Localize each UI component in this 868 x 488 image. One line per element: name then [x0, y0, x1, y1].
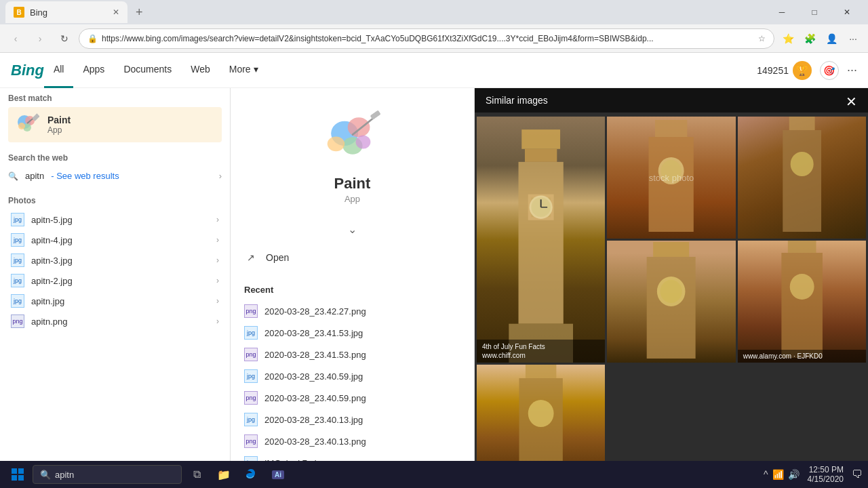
bing-nav-items: All Apps Documents Web More ▾	[44, 53, 268, 88]
nav-item-apps[interactable]: Apps	[73, 53, 114, 88]
points-badge[interactable]: 149251 🏆	[757, 61, 812, 80]
file-icon: jpg	[244, 369, 258, 383]
list-item[interactable]: jpg 2020-03-28_23.40.59.jpg	[244, 365, 460, 387]
refresh-button[interactable]: ↻	[54, 28, 75, 49]
app-detail-panel: Paint App ⌄ ↗ Open Recent png 2020-03-28…	[231, 88, 475, 488]
open-icon: ↗	[244, 252, 258, 263]
nav-item-more[interactable]: More ▾	[220, 53, 268, 88]
points-value: 149251	[757, 65, 789, 76]
taskbar-clock[interactable]: 12:50 PM 4/15/2020	[808, 465, 844, 484]
file-icon: png	[244, 391, 258, 405]
extensions-button[interactable]: 🧩	[800, 29, 819, 48]
nav-more-dots-button[interactable]: ···	[847, 63, 857, 77]
reward-icon[interactable]: 🎯	[820, 61, 839, 80]
svg-point-35	[660, 280, 682, 303]
collections-button[interactable]: ⭐	[778, 29, 797, 48]
app-detail-type: App	[344, 194, 360, 204]
photo-arrow-icon: ›	[216, 215, 219, 224]
chevron-up-icon[interactable]: ^	[764, 469, 768, 480]
address-bar[interactable]: 🔒 https://www.bing.com/images/search?vie…	[79, 28, 774, 49]
list-item[interactable]: png 2020-03-28_23.40.59.png	[244, 387, 460, 409]
more-label: More	[229, 64, 251, 75]
svg-rect-33	[647, 257, 696, 359]
file-name: 2020-03-28_23.41.53.png	[264, 350, 366, 360]
list-item[interactable]: png 2020-03-28_23.42.27.png	[244, 300, 460, 322]
list-item[interactable]: jpg apitn-5.jpg ›	[8, 209, 222, 230]
list-item[interactable]: jpg 2020-03-28_23.40.13.jpg	[244, 409, 460, 430]
close-button[interactable]: ✕	[831, 1, 863, 23]
file-name: 2020-03-28_23.41.53.jpg	[264, 328, 363, 338]
more-tools-button[interactable]: ···	[844, 29, 863, 48]
list-item[interactable]: png apitn.png ›	[8, 311, 222, 331]
image-cell[interactable]	[607, 241, 735, 363]
image-cell[interactable]	[738, 117, 866, 239]
photo-name: apitn-4.jpg	[31, 235, 216, 245]
notification-icon[interactable]: 🗨	[852, 468, 863, 481]
volume-icon[interactable]: 🔊	[788, 469, 800, 480]
points-icon: 🏆	[793, 61, 812, 80]
file-explorer-button[interactable]: 📁	[212, 462, 236, 487]
photo-arrow-icon: ›	[216, 317, 219, 326]
edge-browser-button[interactable]	[239, 462, 263, 487]
paint-app-name: Paint	[47, 115, 71, 125]
list-item[interactable]: jpg apitn-4.jpg ›	[8, 230, 222, 250]
maximize-button[interactable]: □	[799, 1, 830, 23]
web-search-item[interactable]: 🔍 apitn - See web results ›	[8, 167, 222, 185]
list-item[interactable]: jpg apitn.jpg ›	[8, 291, 222, 311]
date-display: 4/15/2020	[808, 474, 844, 484]
taskbar-system-icons: ^ 📶 🔊	[764, 469, 800, 480]
minimize-button[interactable]: ─	[766, 1, 797, 23]
start-button[interactable]	[5, 462, 30, 487]
list-item[interactable]: png 2020-03-28_23.40.13.png	[244, 430, 460, 452]
app-header: Paint App	[231, 88, 474, 218]
open-action[interactable]: ↗ Open	[244, 247, 460, 268]
image-cell[interactable]: 4th of July Fun Factswww.chiff.com	[477, 117, 605, 363]
taskbar-search-box[interactable]: 🔍 apitn	[33, 465, 182, 484]
tab-close-button[interactable]: ✕	[113, 7, 119, 17]
svg-text:B: B	[16, 9, 21, 16]
forward-button[interactable]: ›	[30, 28, 50, 49]
file-explorer-icon: 📁	[217, 468, 231, 481]
list-item[interactable]: jpg apitn-2.jpg ›	[8, 270, 222, 291]
image-cell[interactable]: www.alamy.com · EJFKD0	[738, 241, 866, 363]
recent-label: Recent	[244, 285, 460, 295]
collapse-button[interactable]: ⌄	[231, 218, 474, 241]
back-button[interactable]: ‹	[5, 28, 26, 49]
file-icon: jpg	[244, 413, 258, 426]
image-label: 4th of July Fun Factswww.chiff.com	[477, 340, 605, 363]
photo-name: apitn-3.jpg	[31, 256, 216, 266]
network-icon[interactable]: 📶	[772, 469, 784, 480]
best-match-item[interactable]: Paint App	[8, 107, 222, 142]
images-panel: Similar images ✕	[475, 88, 868, 488]
search-icon-sm: 🔍	[8, 171, 18, 181]
image-label: www.alamy.com · EJFKD0	[738, 350, 866, 363]
windows-icon	[12, 468, 24, 481]
best-match-section: Best match Paint App	[0, 88, 230, 148]
photos-section: Photos jpg apitn-5.jpg › jpg apitn-4.jpg…	[0, 190, 230, 337]
close-panel-button[interactable]: ✕	[846, 94, 857, 110]
web-search-section: Search the web 🔍 apitn - See web results…	[0, 148, 230, 190]
list-item[interactable]: jpg apitn-3.jpg ›	[8, 250, 222, 270]
web-search-link[interactable]: - See web results	[51, 171, 119, 181]
active-tab[interactable]: B Bing ✕	[5, 1, 127, 23]
image-cell[interactable]: stock photo	[607, 117, 735, 239]
best-match-label: Best match	[8, 94, 222, 103]
more-chevron-icon: ▾	[254, 64, 258, 75]
file-icon: jpg	[244, 326, 258, 340]
account-button[interactable]: 👤	[822, 29, 841, 48]
nav-item-web[interactable]: Web	[181, 53, 220, 88]
task-view-button[interactable]: ⧉	[184, 462, 209, 487]
new-tab-button[interactable]: +	[130, 5, 149, 20]
photo-arrow-icon: ›	[216, 235, 219, 245]
ai-button[interactable]: Ai	[266, 462, 290, 487]
list-item[interactable]: png 2020-03-28_23.41.53.png	[244, 344, 460, 365]
nav-item-documents[interactable]: Documents	[114, 53, 181, 88]
nav-item-all[interactable]: All	[44, 53, 74, 88]
tab-title: Bing	[30, 7, 47, 18]
list-item[interactable]: jpg 2020-03-28_23.41.53.jpg	[244, 322, 460, 344]
svg-rect-37	[781, 253, 823, 358]
task-view-icon: ⧉	[193, 468, 201, 481]
paint-logo-big	[319, 108, 387, 169]
file-thumb-icon: jpg	[11, 253, 24, 267]
star-icon[interactable]: ☆	[758, 34, 766, 43]
